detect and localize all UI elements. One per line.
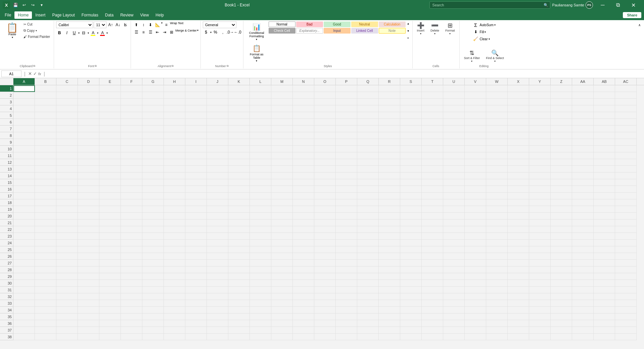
cell-36-6[interactable] xyxy=(142,320,164,327)
cell-13-9[interactable] xyxy=(207,166,228,172)
cell-29-0[interactable] xyxy=(13,273,35,280)
cell-35-26[interactable] xyxy=(572,313,594,320)
cell-13-1[interactable] xyxy=(35,166,56,172)
cell-32-11[interactable] xyxy=(250,293,271,300)
cell-38-8[interactable] xyxy=(185,334,207,340)
confirm-formula-icon[interactable]: ✓ xyxy=(33,71,37,76)
cell-35-21[interactable] xyxy=(465,313,486,320)
cell-14-23[interactable] xyxy=(508,172,529,179)
cell-28-17[interactable] xyxy=(379,266,400,273)
cell-21-13[interactable] xyxy=(293,219,314,226)
style-explanatory-button[interactable]: Explanatory... xyxy=(296,28,323,34)
cell-21-11[interactable] xyxy=(250,219,271,226)
cell-4-7[interactable] xyxy=(164,105,185,112)
cell-3-26[interactable] xyxy=(572,99,594,105)
cell-38-27[interactable] xyxy=(594,334,615,340)
menu-formulas[interactable]: Formulas xyxy=(78,11,102,19)
cell-22-20[interactable] xyxy=(443,226,465,233)
cell-30-16[interactable] xyxy=(357,280,379,287)
cell-23-22[interactable] xyxy=(486,233,508,240)
cell-35-23[interactable] xyxy=(508,313,529,320)
cell-12-21[interactable] xyxy=(465,159,486,166)
number-format-select[interactable]: General Number Currency Date Percentage xyxy=(203,21,236,28)
cell-16-5[interactable] xyxy=(121,186,142,193)
cell-16-24[interactable] xyxy=(529,186,551,193)
cell-38-12[interactable] xyxy=(271,334,293,340)
cell-5-24[interactable] xyxy=(529,112,551,119)
cell-12-27[interactable] xyxy=(594,159,615,166)
increase-decimal-button[interactable]: .0→ xyxy=(227,29,234,36)
cell-5-18[interactable] xyxy=(400,112,422,119)
cell-5-26[interactable] xyxy=(572,112,594,119)
cell-12-11[interactable] xyxy=(250,159,271,166)
cell-36-4[interactable] xyxy=(99,320,121,327)
cell-15-18[interactable] xyxy=(400,179,422,186)
cell-37-7[interactable] xyxy=(164,327,185,334)
cell-17-1[interactable] xyxy=(35,193,56,199)
cell-16-27[interactable] xyxy=(594,186,615,193)
cell-9-0[interactable] xyxy=(13,139,35,146)
cell-8-3[interactable] xyxy=(78,132,99,139)
cell-35-4[interactable] xyxy=(99,313,121,320)
cell-13-6[interactable] xyxy=(142,166,164,172)
cell-14-18[interactable] xyxy=(400,172,422,179)
cell-36-22[interactable] xyxy=(486,320,508,327)
cell-37-21[interactable] xyxy=(465,327,486,334)
row-header-25[interactable]: 25 xyxy=(0,246,13,253)
cell-31-15[interactable] xyxy=(336,287,357,293)
cell-15-14[interactable] xyxy=(314,179,336,186)
cell-36-27[interactable] xyxy=(594,320,615,327)
cell-2-0[interactable] xyxy=(13,92,35,99)
cell-20-13[interactable] xyxy=(293,213,314,219)
cell-32-4[interactable] xyxy=(99,293,121,300)
cell-4-1[interactable] xyxy=(35,105,56,112)
cell-35-12[interactable] xyxy=(271,313,293,320)
cell-20-17[interactable] xyxy=(379,213,400,219)
cell-22-26[interactable] xyxy=(572,226,594,233)
cell-16-23[interactable] xyxy=(508,186,529,193)
merge-dropdown[interactable]: ▾ xyxy=(197,29,198,36)
cell-32-17[interactable] xyxy=(379,293,400,300)
cell-12-7[interactable] xyxy=(164,159,185,166)
format-table-button[interactable]: 📋 Format as Table ▾ xyxy=(245,43,268,64)
col-header-G[interactable]: G xyxy=(142,78,164,85)
cond-format-dropdown[interactable]: ▾ xyxy=(256,38,257,41)
grid-scroll[interactable]: 1234567891011121314151617181920212223242… xyxy=(0,85,644,349)
cell-29-19[interactable] xyxy=(422,273,443,280)
cell-12-23[interactable] xyxy=(508,159,529,166)
cell-24-13[interactable] xyxy=(293,240,314,246)
cell-32-14[interactable] xyxy=(314,293,336,300)
cell-14-12[interactable] xyxy=(271,172,293,179)
cell-34-0[interactable] xyxy=(13,307,35,313)
cell-22-12[interactable] xyxy=(271,226,293,233)
search-input[interactable] xyxy=(429,1,550,9)
cell-32-1[interactable] xyxy=(35,293,56,300)
cell-20-10[interactable] xyxy=(228,213,250,219)
cell-30-15[interactable] xyxy=(336,280,357,287)
cell-7-28[interactable] xyxy=(615,126,637,132)
cell-36-21[interactable] xyxy=(465,320,486,327)
row-header-19[interactable]: 19 xyxy=(0,206,13,213)
cell-28-28[interactable] xyxy=(615,266,637,273)
cell-12-20[interactable] xyxy=(443,159,465,166)
cell-14-14[interactable] xyxy=(314,172,336,179)
cell-23-9[interactable] xyxy=(207,233,228,240)
cell-2-4[interactable] xyxy=(99,92,121,99)
cell-30-5[interactable] xyxy=(121,280,142,287)
cell-22-7[interactable] xyxy=(164,226,185,233)
cell-19-21[interactable] xyxy=(465,206,486,213)
cell-7-16[interactable] xyxy=(357,126,379,132)
cell-23-20[interactable] xyxy=(443,233,465,240)
cell-15-28[interactable] xyxy=(615,179,637,186)
cell-25-18[interactable] xyxy=(400,246,422,253)
cell-38-13[interactable] xyxy=(293,334,314,340)
cell-11-11[interactable] xyxy=(250,152,271,159)
row-header-13[interactable]: 13 xyxy=(0,166,13,172)
cell-1-23[interactable] xyxy=(508,85,529,92)
cell-20-11[interactable] xyxy=(250,213,271,219)
cell-36-1[interactable] xyxy=(35,320,56,327)
cell-1-25[interactable] xyxy=(551,85,572,92)
cell-12-26[interactable] xyxy=(572,159,594,166)
cell-7-27[interactable] xyxy=(594,126,615,132)
cell-17-18[interactable] xyxy=(400,193,422,199)
